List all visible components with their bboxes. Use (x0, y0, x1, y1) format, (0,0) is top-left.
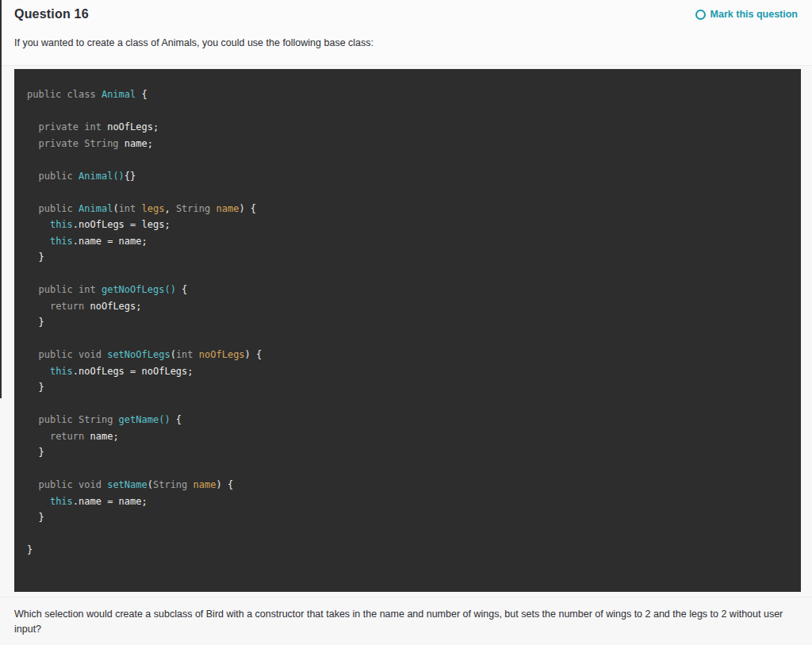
question-prompt-text: Which selection would create a subclass … (14, 607, 795, 637)
question-prompt-section: Which selection would create a subclass … (0, 597, 812, 637)
code-section: public class Animal { private int noOfLe… (0, 66, 812, 592)
question-page: Question 16 Mark this question If you wa… (0, 0, 812, 637)
question-intro-text: If you wanted to create a class of Anima… (14, 37, 798, 49)
code-block: public class Animal { private int noOfLe… (14, 69, 801, 592)
question-header-section: Question 16 Mark this question If you wa… (0, 0, 812, 66)
mark-circle-icon (695, 10, 706, 20)
question-header-row: Question 16 Mark this question (14, 5, 798, 24)
left-edge-strip (0, 0, 2, 398)
question-title: Question 16 (14, 7, 89, 21)
mark-question-label: Mark this question (710, 9, 798, 20)
mark-question-button[interactable]: Mark this question (695, 9, 798, 20)
